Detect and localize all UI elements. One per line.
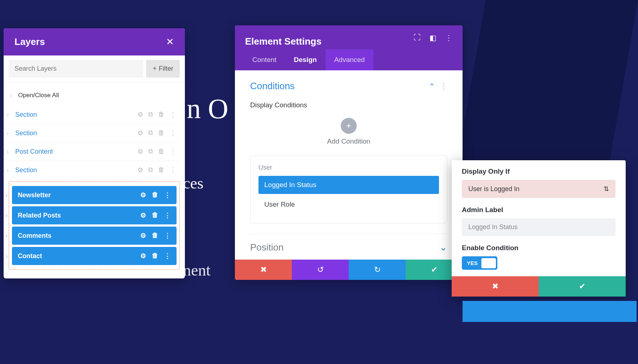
add-condition: + Add Condition (250, 118, 447, 145)
layer-label: Section (15, 111, 137, 119)
add-condition-label: Add Condition (250, 137, 447, 145)
display-conditions-label: Display Conditions (250, 101, 447, 109)
settings-header: Element Settings ⛶ ◧ ⋮ (235, 25, 463, 49)
gear-icon[interactable]: ⚙ (140, 191, 146, 199)
layer-actions: ⚙ ⧉ 🗑 ⋮ (137, 111, 176, 119)
search-input[interactable] (9, 60, 143, 78)
chevron-down-icon: ⌄ (439, 242, 447, 253)
more-icon[interactable]: ⋮ (164, 252, 171, 260)
trash-icon[interactable]: 🗑 (158, 111, 165, 119)
selected-layer-row[interactable]: Contact ⚙ 🗑 ⋮ (12, 247, 177, 265)
more-icon[interactable]: ⋮ (445, 33, 452, 42)
enable-condition-label: Enable Condition (462, 244, 616, 252)
admin-label-label: Admin Label (462, 206, 616, 214)
more-icon[interactable]: ⋮ (164, 211, 171, 219)
layout-icon[interactable]: ◧ (430, 33, 436, 42)
enable-condition-toggle[interactable]: YES (462, 256, 497, 270)
layer-actions: ⚙ ⧉ 🗑 ⋮ (137, 129, 176, 137)
trash-icon[interactable]: 🗑 (152, 232, 158, 240)
more-icon[interactable]: ⋮ (170, 129, 176, 137)
settings-footer: ✖ ↺ ↻ ✔ (235, 260, 463, 280)
toggle-yes-label: YES (463, 258, 481, 268)
trash-icon[interactable]: 🗑 (152, 252, 158, 260)
admin-label-input[interactable] (462, 218, 616, 236)
display-only-if-select[interactable]: User is Logged In ⇅ (462, 180, 616, 198)
tab-advanced[interactable]: Advanced (326, 49, 374, 70)
trash-icon[interactable]: 🗑 (158, 129, 165, 137)
gear-icon[interactable]: ⚙ (137, 129, 143, 137)
element-settings-panel: Element Settings ⛶ ◧ ⋮ Content Design Ad… (235, 25, 463, 280)
plus-icon: + (153, 65, 157, 73)
condition-detail-footer: ✖ ✔ (452, 276, 626, 297)
trash-icon[interactable]: 🗑 (158, 148, 165, 156)
add-condition-button[interactable]: + (341, 118, 357, 134)
background-text-2: ces (183, 174, 203, 193)
layer-label: Section (15, 166, 137, 174)
more-icon[interactable]: ⋮ (164, 191, 171, 199)
conditions-title: Conditions (250, 80, 295, 92)
duplicate-icon[interactable]: ⧉ (148, 129, 153, 137)
position-section-header[interactable]: Position ⌄ (250, 233, 447, 253)
select-caret-icon: ⇅ (604, 185, 609, 193)
selected-group: Newsletter ⚙ 🗑 ⋮ Related Posts ⚙ 🗑 ⋮ Com… (9, 181, 180, 270)
layer-label: Contact (18, 252, 140, 260)
layer-label: Post Content (15, 148, 137, 156)
cancel-button[interactable]: ✖ (235, 260, 292, 280)
layer-label: Comments (18, 232, 140, 240)
settings-content: Conditions ⌃ ⋮ Display Conditions + Add … (235, 70, 463, 260)
close-icon[interactable]: ✕ (166, 36, 174, 47)
chevron-up-icon[interactable]: ⌃ (429, 82, 435, 91)
settings-tabs: Content Design Advanced (235, 49, 463, 70)
tab-content[interactable]: Content (244, 49, 285, 70)
gear-icon[interactable]: ⚙ (137, 148, 143, 156)
trash-icon[interactable]: 🗑 (152, 191, 158, 199)
layers-title: Layers (14, 36, 45, 47)
drag-icon[interactable]: ⛶ (414, 33, 421, 42)
gear-icon[interactable]: ⚙ (140, 232, 146, 240)
condition-group-label: User (258, 164, 439, 171)
gear-icon[interactable]: ⚙ (137, 111, 143, 119)
layer-label: Newsletter (18, 191, 140, 199)
position-title: Position (250, 242, 284, 253)
selected-layer-row[interactable]: Newsletter ⚙ 🗑 ⋮ (12, 186, 177, 204)
gear-icon[interactable]: ⚙ (140, 211, 146, 219)
more-icon[interactable]: ⋮ (170, 111, 176, 119)
gear-icon[interactable]: ⚙ (137, 166, 143, 174)
more-icon[interactable]: ⋮ (440, 82, 447, 91)
condition-cancel-button[interactable]: ✖ (452, 276, 539, 297)
selected-layer-row[interactable]: Comments ⚙ 🗑 ⋮ (12, 227, 177, 245)
condition-confirm-button[interactable]: ✔ (539, 276, 626, 297)
blue-bar (463, 301, 637, 322)
selected-layer-row[interactable]: Related Posts ⚙ 🗑 ⋮ (12, 206, 177, 224)
layer-row[interactable]: Section ⚙ ⧉ 🗑 ⋮ (9, 161, 180, 179)
tab-design[interactable]: Design (285, 49, 326, 70)
more-icon[interactable]: ⋮ (164, 232, 171, 240)
filter-label: Filter (159, 65, 173, 73)
layer-label: Related Posts (18, 212, 140, 219)
layer-row[interactable]: Post Content ⚙ ⧉ 🗑 ⋮ (9, 142, 180, 161)
condition-card: User Logged In Status User Role (250, 156, 447, 223)
layer-label: Section (15, 129, 137, 137)
more-icon[interactable]: ⋮ (170, 148, 176, 156)
open-close-all[interactable]: Open/Close All (9, 89, 180, 106)
layer-actions: ⚙ ⧉ 🗑 ⋮ (137, 166, 176, 174)
duplicate-icon[interactable]: ⧉ (148, 166, 153, 174)
layer-row[interactable]: Section ⚙ ⧉ 🗑 ⋮ (9, 106, 180, 124)
condition-option-user-role[interactable]: User Role (258, 195, 439, 214)
redo-button[interactable]: ↻ (349, 260, 406, 280)
gear-icon[interactable]: ⚙ (140, 252, 146, 260)
more-icon[interactable]: ⋮ (170, 166, 176, 174)
filter-button[interactable]: + Filter (146, 60, 180, 78)
conditions-section-header[interactable]: Conditions ⌃ ⋮ (250, 80, 447, 98)
layers-panel: Layers ✕ + Filter Open/Close All Section… (4, 28, 185, 278)
layer-row[interactable]: Section ⚙ ⧉ 🗑 ⋮ (9, 124, 180, 142)
trash-icon[interactable]: 🗑 (152, 211, 158, 219)
layers-search-row: + Filter (4, 55, 185, 82)
undo-button[interactable]: ↺ (292, 260, 349, 280)
layer-actions: ⚙ ⧉ 🗑 ⋮ (137, 148, 176, 156)
duplicate-icon[interactable]: ⧉ (148, 111, 153, 119)
toggle-handle (481, 258, 496, 268)
duplicate-icon[interactable]: ⧉ (148, 148, 153, 156)
trash-icon[interactable]: 🗑 (158, 166, 165, 174)
condition-option-logged-in[interactable]: Logged In Status (258, 176, 439, 194)
